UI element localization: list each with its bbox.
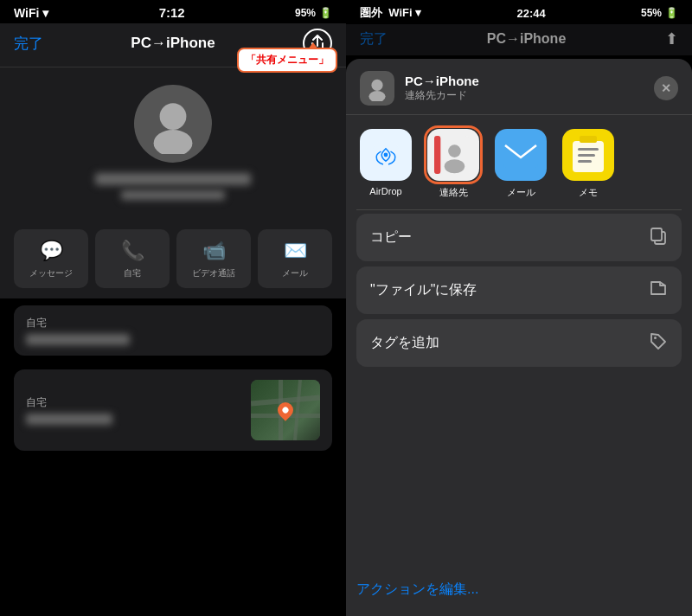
sheet-header: PC→iPhone 連絡先カード ✕ bbox=[346, 59, 692, 115]
right-panel: 圏外 WiFi ▾ 22:44 55% 🔋 完了 PC→iPhone ⬆ PC→… bbox=[346, 0, 692, 616]
avatar bbox=[134, 85, 212, 163]
svg-rect-13 bbox=[578, 154, 595, 157]
battery-icon-right: 🔋 bbox=[665, 7, 678, 19]
bg-back-label: 完了 bbox=[360, 30, 388, 48]
divider-apps-actions bbox=[356, 209, 682, 210]
mail-icon-left: ✉️ bbox=[284, 240, 307, 262]
airdrop-label: AirDrop bbox=[369, 186, 401, 196]
svg-point-9 bbox=[445, 159, 465, 173]
svg-point-3 bbox=[368, 91, 385, 101]
svg-rect-12 bbox=[578, 148, 599, 151]
apps-row: AirDrop 連絡先 bbox=[346, 115, 692, 209]
svg-rect-14 bbox=[578, 160, 592, 163]
home-value-1-blurred bbox=[26, 334, 130, 345]
mail-button-left[interactable]: ✉️ メール bbox=[258, 229, 332, 288]
time-left: 7:12 bbox=[159, 5, 185, 20]
contact-sheet-avatar bbox=[364, 75, 390, 101]
home-label-1: 自宅 bbox=[26, 316, 320, 330]
edit-actions[interactable]: アクションを編集... bbox=[346, 570, 692, 616]
sheet-subtitle: 連絡先カード bbox=[405, 88, 644, 103]
svg-point-0 bbox=[160, 103, 187, 130]
contacts-label: 連絡先 bbox=[439, 186, 468, 199]
wifi-icon-left: WiFi ▾ bbox=[14, 6, 48, 20]
svg-point-1 bbox=[154, 130, 193, 154]
svg-rect-15 bbox=[580, 136, 597, 143]
message-button[interactable]: 💬 メッセージ bbox=[14, 229, 88, 288]
home-value-2-blurred bbox=[26, 414, 112, 425]
app-item-notes[interactable]: メモ bbox=[562, 129, 614, 199]
edit-actions-label: アクションを編集... bbox=[356, 581, 478, 596]
video-label: ビデオ通話 bbox=[192, 267, 235, 279]
back-button-left[interactable]: 完了 bbox=[14, 34, 43, 54]
mail-icon bbox=[503, 142, 538, 168]
message-label: メッセージ bbox=[29, 267, 73, 279]
info-section-home2: 自宅 bbox=[14, 369, 332, 451]
mail-label: メール bbox=[507, 186, 535, 199]
time-right: 22:44 bbox=[516, 7, 545, 20]
contact-sub-blurred bbox=[121, 190, 225, 200]
left-panel: WiFi ▾ 7:12 95% 🔋 完了 PC→iPhone 「共有メニュー」 bbox=[0, 0, 346, 616]
add-tag-label: タグを追加 bbox=[370, 334, 439, 352]
contact-section bbox=[0, 67, 346, 219]
sheet-close-button[interactable]: ✕ bbox=[654, 76, 678, 100]
copy-icon bbox=[649, 226, 668, 249]
svg-point-18 bbox=[654, 337, 657, 339]
action-save-files[interactable]: "ファイル"に保存 bbox=[356, 266, 682, 314]
annotation-bubble: 「共有メニュー」 bbox=[237, 48, 337, 73]
copy-label: コピー bbox=[370, 228, 412, 247]
contact-name-blurred bbox=[95, 173, 251, 185]
status-bar-right: 圏外 WiFi ▾ 22:44 55% 🔋 bbox=[346, 0, 692, 24]
app-item-mail[interactable]: メール bbox=[495, 129, 547, 199]
save-files-label: "ファイル"に保存 bbox=[370, 281, 477, 299]
save-files-icon bbox=[649, 279, 668, 302]
airdrop-icon bbox=[370, 139, 401, 170]
mail-label-left: メール bbox=[282, 267, 308, 279]
message-icon: 💬 bbox=[40, 240, 63, 262]
action-add-tag[interactable]: タグを追加 bbox=[356, 319, 682, 367]
svg-point-2 bbox=[371, 80, 382, 91]
bg-peek: 完了 PC→iPhone ⬆ bbox=[346, 24, 692, 55]
video-icon: 📹 bbox=[202, 240, 226, 262]
svg-rect-7 bbox=[434, 136, 440, 174]
action-buttons-row: 💬 メッセージ 📞 自宅 📹 ビデオ通話 ✉️ メール bbox=[0, 219, 346, 298]
action-list: コピー "ファイル"に保存 タグを追加 bbox=[346, 214, 692, 570]
svg-rect-17 bbox=[651, 228, 662, 241]
mail-icon-wrap bbox=[495, 129, 547, 181]
notes-icon-wrap bbox=[562, 129, 614, 181]
avatar-icon bbox=[143, 93, 203, 154]
app-item-airdrop[interactable]: AirDrop bbox=[360, 129, 412, 196]
signal-right: 圏外 WiFi ▾ bbox=[360, 5, 421, 21]
contacts-icon-wrap bbox=[427, 129, 479, 181]
svg-point-8 bbox=[448, 144, 461, 157]
phone-icon: 📞 bbox=[121, 240, 144, 262]
info-section-home1: 自宅 bbox=[14, 305, 332, 356]
bg-title: PC→iPhone bbox=[487, 31, 567, 47]
video-button[interactable]: 📹 ビデオ通話 bbox=[176, 229, 251, 288]
map-thumbnail[interactable] bbox=[251, 380, 320, 440]
call-button[interactable]: 📞 自宅 bbox=[95, 229, 170, 288]
notes-label: メモ bbox=[579, 186, 598, 199]
action-copy[interactable]: コピー bbox=[356, 214, 682, 261]
notes-icon bbox=[571, 136, 606, 174]
sheet-title: PC→iPhone bbox=[405, 74, 644, 88]
add-tag-icon bbox=[649, 331, 668, 355]
app-item-contacts[interactable]: 連絡先 bbox=[427, 129, 479, 199]
battery-left: 95% bbox=[295, 7, 316, 19]
svg-point-5 bbox=[384, 153, 388, 157]
sheet-contact-icon bbox=[360, 71, 394, 106]
page-title-left: PC→iPhone bbox=[131, 35, 215, 52]
svg-rect-10 bbox=[503, 142, 538, 168]
status-bar-left: WiFi ▾ 7:12 95% 🔋 bbox=[0, 0, 346, 23]
contacts-icon bbox=[434, 136, 472, 174]
share-sheet: PC→iPhone 連絡先カード ✕ AirDrop bbox=[346, 59, 692, 616]
call-label: 自宅 bbox=[124, 267, 141, 279]
sheet-title-group: PC→iPhone 連絡先カード bbox=[405, 74, 644, 103]
bg-share-icon: ⬆ bbox=[665, 29, 678, 48]
home-label-2: 自宅 bbox=[26, 395, 242, 410]
battery-icon-left: 🔋 bbox=[319, 7, 332, 19]
airdrop-icon-wrap bbox=[360, 129, 412, 181]
battery-right: 55% bbox=[641, 7, 662, 19]
